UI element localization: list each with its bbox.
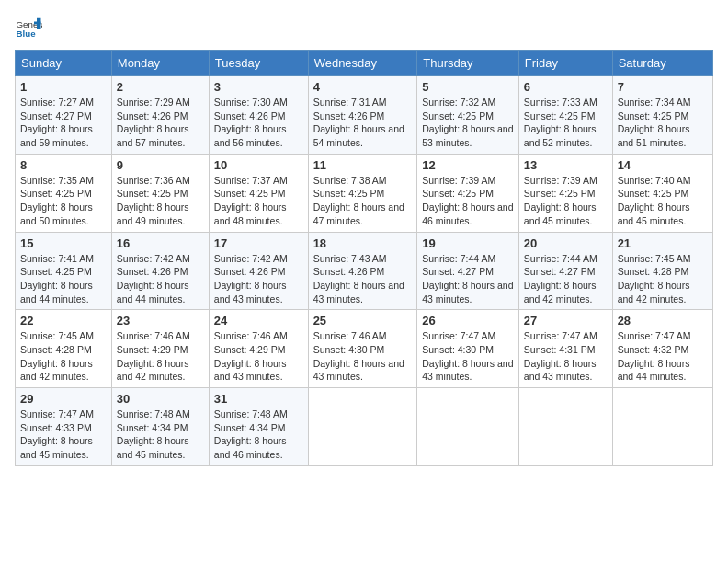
day-number: 18 bbox=[313, 236, 413, 250]
day-detail: Sunrise: 7:46 AMSunset: 4:29 PMDaylight:… bbox=[214, 330, 288, 382]
header-monday: Monday bbox=[111, 51, 209, 76]
day-detail: Sunrise: 7:48 AMSunset: 4:34 PMDaylight:… bbox=[117, 408, 190, 460]
calendar-week-row: 15 Sunrise: 7:41 AMSunset: 4:25 PMDaylig… bbox=[16, 232, 713, 310]
day-detail: Sunrise: 7:42 AMSunset: 4:26 PMDaylight:… bbox=[214, 253, 288, 304]
day-number: 5 bbox=[422, 80, 514, 94]
calendar-cell: 27 Sunrise: 7:47 AMSunset: 4:31 PMDaylig… bbox=[518, 310, 612, 388]
calendar-cell: 19 Sunrise: 7:44 AMSunset: 4:27 PMDaylig… bbox=[417, 232, 519, 310]
day-number: 6 bbox=[524, 80, 608, 94]
day-number: 7 bbox=[618, 80, 708, 94]
day-detail: Sunrise: 7:42 AMSunset: 4:26 PMDaylight:… bbox=[117, 253, 190, 304]
svg-text:Blue: Blue bbox=[17, 29, 37, 39]
calendar-cell: 15 Sunrise: 7:41 AMSunset: 4:25 PMDaylig… bbox=[16, 232, 112, 310]
calendar-cell: 20 Sunrise: 7:44 AMSunset: 4:27 PMDaylig… bbox=[518, 232, 612, 310]
calendar-cell: 30 Sunrise: 7:48 AMSunset: 4:34 PMDaylig… bbox=[111, 388, 209, 466]
day-detail: Sunrise: 7:29 AMSunset: 4:26 PMDaylight:… bbox=[117, 97, 190, 148]
logo: General Blue bbox=[15, 15, 42, 42]
calendar-week-row: 1 Sunrise: 7:27 AMSunset: 4:27 PMDayligh… bbox=[16, 76, 713, 155]
day-detail: Sunrise: 7:32 AMSunset: 4:25 PMDaylight:… bbox=[422, 97, 513, 148]
day-number: 22 bbox=[20, 314, 107, 327]
day-detail: Sunrise: 7:37 AMSunset: 4:25 PMDaylight:… bbox=[214, 175, 288, 226]
day-number: 29 bbox=[20, 392, 107, 406]
calendar-week-row: 29 Sunrise: 7:47 AMSunset: 4:33 PMDaylig… bbox=[16, 388, 713, 466]
day-number: 30 bbox=[117, 392, 204, 406]
day-number: 2 bbox=[117, 80, 204, 94]
calendar-cell: 8 Sunrise: 7:35 AMSunset: 4:25 PMDayligh… bbox=[16, 154, 112, 232]
calendar-cell: 31 Sunrise: 7:48 AMSunset: 4:34 PMDaylig… bbox=[209, 388, 308, 466]
day-number: 27 bbox=[524, 314, 608, 327]
day-number: 8 bbox=[20, 158, 107, 172]
day-number: 16 bbox=[117, 236, 204, 250]
calendar-header-row: SundayMondayTuesdayWednesdayThursdayFrid… bbox=[16, 51, 713, 76]
day-detail: Sunrise: 7:48 AMSunset: 4:34 PMDaylight:… bbox=[214, 408, 288, 460]
day-detail: Sunrise: 7:40 AMSunset: 4:25 PMDaylight:… bbox=[618, 175, 691, 226]
header-sunday: Sunday bbox=[16, 51, 112, 76]
calendar-cell: 11 Sunrise: 7:38 AMSunset: 4:25 PMDaylig… bbox=[308, 154, 417, 232]
calendar-cell: 18 Sunrise: 7:43 AMSunset: 4:26 PMDaylig… bbox=[308, 232, 417, 310]
day-number: 25 bbox=[313, 314, 413, 327]
day-number: 14 bbox=[618, 158, 708, 172]
calendar-cell: 9 Sunrise: 7:36 AMSunset: 4:25 PMDayligh… bbox=[111, 154, 209, 232]
day-detail: Sunrise: 7:38 AMSunset: 4:25 PMDaylight:… bbox=[313, 175, 404, 226]
calendar-week-row: 8 Sunrise: 7:35 AMSunset: 4:25 PMDayligh… bbox=[16, 154, 713, 232]
day-detail: Sunrise: 7:39 AMSunset: 4:25 PMDaylight:… bbox=[524, 175, 597, 226]
calendar-cell: 12 Sunrise: 7:39 AMSunset: 4:25 PMDaylig… bbox=[417, 154, 519, 232]
day-number: 4 bbox=[313, 80, 413, 94]
calendar-cell: 3 Sunrise: 7:30 AMSunset: 4:26 PMDayligh… bbox=[209, 76, 308, 155]
header-friday: Friday bbox=[518, 51, 612, 76]
svg-marker-3 bbox=[34, 22, 41, 25]
calendar-cell: 10 Sunrise: 7:37 AMSunset: 4:25 PMDaylig… bbox=[209, 154, 308, 232]
calendar-cell: 7 Sunrise: 7:34 AMSunset: 4:25 PMDayligh… bbox=[612, 76, 712, 155]
day-number: 12 bbox=[422, 158, 514, 172]
day-detail: Sunrise: 7:34 AMSunset: 4:25 PMDaylight:… bbox=[618, 97, 691, 148]
day-detail: Sunrise: 7:39 AMSunset: 4:25 PMDaylight:… bbox=[422, 175, 513, 226]
header-wednesday: Wednesday bbox=[308, 51, 417, 76]
day-number: 10 bbox=[214, 158, 303, 172]
calendar-cell: 1 Sunrise: 7:27 AMSunset: 4:27 PMDayligh… bbox=[16, 76, 112, 155]
header-thursday: Thursday bbox=[417, 51, 519, 76]
day-number: 13 bbox=[524, 158, 608, 172]
day-detail: Sunrise: 7:47 AMSunset: 4:31 PMDaylight:… bbox=[524, 330, 597, 382]
calendar-cell: 14 Sunrise: 7:40 AMSunset: 4:25 PMDaylig… bbox=[612, 154, 712, 232]
calendar-cell bbox=[308, 388, 417, 466]
day-detail: Sunrise: 7:47 AMSunset: 4:32 PMDaylight:… bbox=[618, 330, 691, 382]
header-tuesday: Tuesday bbox=[209, 51, 308, 76]
day-number: 20 bbox=[524, 236, 608, 250]
day-number: 11 bbox=[313, 158, 413, 172]
day-number: 1 bbox=[20, 80, 107, 94]
calendar-cell: 4 Sunrise: 7:31 AMSunset: 4:26 PMDayligh… bbox=[308, 76, 417, 155]
day-detail: Sunrise: 7:46 AMSunset: 4:30 PMDaylight:… bbox=[313, 330, 404, 382]
day-detail: Sunrise: 7:31 AMSunset: 4:26 PMDaylight:… bbox=[313, 97, 404, 148]
calendar-cell: 22 Sunrise: 7:45 AMSunset: 4:28 PMDaylig… bbox=[16, 310, 112, 388]
page-header: General Blue bbox=[15, 15, 713, 42]
calendar-cell: 21 Sunrise: 7:45 AMSunset: 4:28 PMDaylig… bbox=[612, 232, 712, 310]
calendar-cell: 24 Sunrise: 7:46 AMSunset: 4:29 PMDaylig… bbox=[209, 310, 308, 388]
calendar-cell: 5 Sunrise: 7:32 AMSunset: 4:25 PMDayligh… bbox=[417, 76, 519, 155]
day-number: 24 bbox=[214, 314, 303, 327]
day-detail: Sunrise: 7:47 AMSunset: 4:30 PMDaylight:… bbox=[422, 330, 513, 382]
day-detail: Sunrise: 7:45 AMSunset: 4:28 PMDaylight:… bbox=[618, 253, 691, 304]
day-number: 28 bbox=[618, 314, 708, 327]
calendar-table: SundayMondayTuesdayWednesdayThursdayFrid… bbox=[15, 50, 713, 466]
day-detail: Sunrise: 7:45 AMSunset: 4:28 PMDaylight:… bbox=[20, 330, 94, 382]
day-number: 17 bbox=[214, 236, 303, 250]
day-detail: Sunrise: 7:36 AMSunset: 4:25 PMDaylight:… bbox=[117, 175, 190, 226]
calendar-cell: 2 Sunrise: 7:29 AMSunset: 4:26 PMDayligh… bbox=[111, 76, 209, 155]
calendar-cell: 13 Sunrise: 7:39 AMSunset: 4:25 PMDaylig… bbox=[518, 154, 612, 232]
logo-icon: General Blue bbox=[15, 15, 42, 42]
day-detail: Sunrise: 7:43 AMSunset: 4:26 PMDaylight:… bbox=[313, 253, 404, 304]
day-number: 31 bbox=[214, 392, 303, 406]
calendar-cell bbox=[612, 388, 712, 466]
day-detail: Sunrise: 7:27 AMSunset: 4:27 PMDaylight:… bbox=[20, 97, 94, 148]
calendar-cell bbox=[417, 388, 519, 466]
calendar-cell: 16 Sunrise: 7:42 AMSunset: 4:26 PMDaylig… bbox=[111, 232, 209, 310]
day-number: 15 bbox=[20, 236, 107, 250]
calendar-cell bbox=[518, 388, 612, 466]
calendar-cell: 29 Sunrise: 7:47 AMSunset: 4:33 PMDaylig… bbox=[16, 388, 112, 466]
calendar-cell: 6 Sunrise: 7:33 AMSunset: 4:25 PMDayligh… bbox=[518, 76, 612, 155]
day-detail: Sunrise: 7:41 AMSunset: 4:25 PMDaylight:… bbox=[20, 253, 94, 304]
day-number: 9 bbox=[117, 158, 204, 172]
day-number: 3 bbox=[214, 80, 303, 94]
calendar-cell: 17 Sunrise: 7:42 AMSunset: 4:26 PMDaylig… bbox=[209, 232, 308, 310]
day-detail: Sunrise: 7:47 AMSunset: 4:33 PMDaylight:… bbox=[20, 408, 94, 460]
